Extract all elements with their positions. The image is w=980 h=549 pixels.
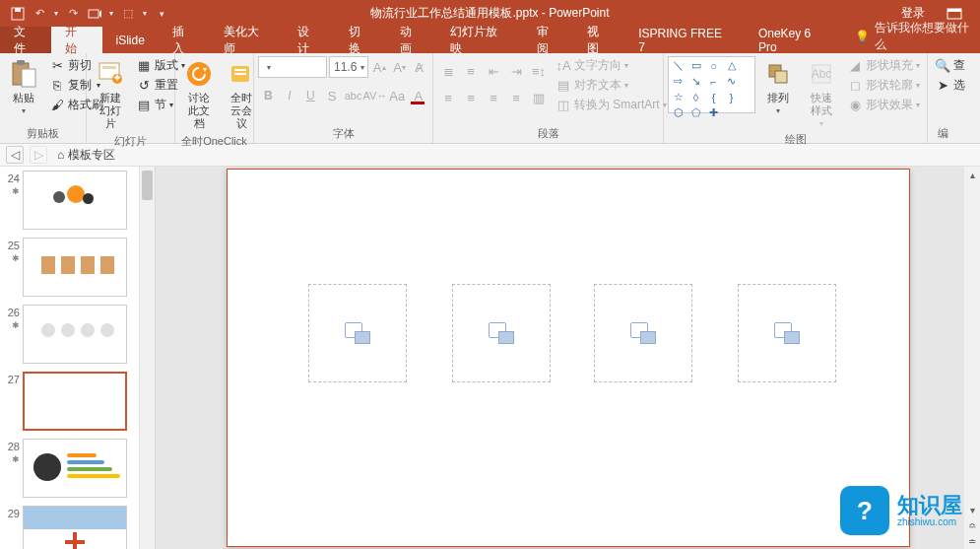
scroll-down-icon[interactable]: ▾ — [964, 502, 980, 517]
clear-formatting-icon[interactable]: A̷ — [411, 56, 428, 78]
italic-icon[interactable]: I — [280, 85, 300, 106]
columns-icon[interactable]: ▥ — [528, 87, 550, 108]
prev-slide-icon[interactable]: ≏ — [964, 517, 980, 533]
new-slide-icon: ✦ — [95, 58, 126, 90]
picture-placeholder-icon — [345, 322, 370, 344]
shape-callout-icon[interactable]: ◊ — [688, 91, 703, 103]
slide-thumbnail-26[interactable]: 26✱ — [0, 301, 155, 368]
align-text-button[interactable]: ▤对齐文本▾ — [553, 76, 670, 95]
cloud-label: 全时 云会议 — [226, 92, 257, 130]
slide-thumbnail-25[interactable]: 25✱ — [0, 234, 155, 301]
shape-brace2-icon[interactable]: } — [724, 91, 739, 103]
tab-onekey[interactable]: OneKey 6 Pro — [745, 27, 846, 53]
bullets-icon[interactable]: ≣ — [437, 60, 459, 82]
shadow-icon[interactable]: abc — [343, 85, 363, 106]
slide-thumbnail-29[interactable]: 29 — [0, 502, 155, 549]
select-button[interactable]: ➤选 — [932, 76, 968, 95]
slide-canvas[interactable] — [227, 169, 910, 547]
character-spacing-icon[interactable]: AV↔ — [364, 85, 386, 106]
picture-placeholder[interactable] — [308, 284, 407, 382]
shape-fill-button[interactable]: ◢形状填充▾ — [844, 56, 923, 75]
discuss-button[interactable]: 讨论 此文档 — [179, 56, 219, 132]
tab-beautify[interactable]: 美化大师 — [210, 27, 284, 53]
tab-home[interactable]: 开始 — [51, 27, 102, 53]
convert-smartart-button[interactable]: ◫转换为 SmartArt▾ — [553, 96, 670, 114]
shape-triangle-icon[interactable]: △ — [724, 59, 739, 72]
increase-indent-icon[interactable]: ⇥ — [505, 60, 527, 82]
font-size-combo[interactable]: 11.6▾ — [329, 56, 368, 78]
shape-line2-icon[interactable]: ↘ — [688, 75, 703, 88]
justify-icon[interactable]: ≡ — [505, 87, 527, 108]
decrease-font-icon[interactable]: A▾ — [390, 56, 408, 78]
dropdown-icon[interactable]: ▾ — [51, 4, 61, 24]
picture-placeholder[interactable] — [594, 284, 692, 382]
customize-qat-icon[interactable]: ▾ — [152, 4, 171, 24]
picture-placeholder[interactable] — [452, 284, 551, 382]
paste-button[interactable]: 粘贴 ▾ — [4, 56, 43, 117]
decrease-indent-icon[interactable]: ⇤ — [483, 60, 504, 82]
slide-thumbnail-24[interactable]: 24✱ — [0, 167, 155, 234]
shape-brace-icon[interactable]: { — [706, 91, 721, 103]
shape-hexagon-icon[interactable]: ⬡ — [671, 106, 686, 119]
change-case-icon[interactable]: Aa — [387, 85, 408, 106]
touch-mode-icon[interactable]: ⬚ — [118, 4, 138, 24]
shape-connector-icon[interactable]: ⌐ — [706, 75, 721, 88]
bold-icon[interactable]: B — [258, 85, 279, 106]
tab-islide[interactable]: iSlide — [102, 27, 159, 53]
tab-file[interactable]: 文件 — [0, 27, 51, 53]
align-left-icon[interactable]: ≡ — [437, 87, 459, 108]
shapes-gallery[interactable]: ＼▭○△⇨↘ ⌐∿☆◊{} ⬡⬠✚ — [668, 56, 755, 113]
thumbnails-scrollbar[interactable] — [139, 167, 155, 549]
nav-forward-icon[interactable]: ▷ — [30, 146, 47, 164]
quick-styles-button[interactable]: Abc 快速样式 ▾ — [801, 56, 841, 130]
tell-me-search[interactable]: 💡 告诉我你想要做什么 — [855, 20, 980, 53]
tab-review[interactable]: 审阅 — [523, 27, 574, 53]
slide-thumbnail-27[interactable]: 27 — [0, 368, 155, 435]
tab-insert[interactable]: 插入 — [159, 27, 210, 53]
dropdown-icon[interactable]: ▾ — [140, 4, 150, 24]
save-icon[interactable] — [8, 4, 28, 24]
shape-rect-icon[interactable]: ▭ — [688, 59, 703, 72]
text-direction-button[interactable]: ↕A文字方向▾ — [553, 56, 670, 75]
slide-thumbnail-28[interactable]: 28✱ — [0, 435, 155, 502]
cut-icon: ✂ — [49, 58, 65, 74]
redo-icon[interactable]: ↷ — [63, 4, 83, 24]
shape-plus-icon[interactable]: ✚ — [706, 106, 721, 119]
find-button[interactable]: 🔍查 — [932, 56, 968, 75]
shape-line-icon[interactable]: ＼ — [671, 59, 686, 72]
start-from-beginning-icon[interactable] — [85, 4, 104, 24]
new-slide-button[interactable]: ✦ 新建 幻灯片 — [91, 56, 130, 132]
align-right-icon[interactable]: ≡ — [483, 87, 504, 108]
font-family-combo[interactable]: ▾ — [258, 56, 327, 78]
shape-arrow-icon[interactable]: ⇨ — [671, 75, 686, 88]
tab-view[interactable]: 视图 — [573, 27, 624, 53]
underline-icon[interactable]: U — [300, 85, 321, 106]
picture-placeholder[interactable] — [738, 284, 836, 382]
scrollbar-handle[interactable] — [142, 171, 153, 200]
line-spacing-icon[interactable]: ≡↕ — [528, 60, 550, 82]
shape-effects-button[interactable]: ◉形状效果▾ — [844, 96, 923, 114]
strikethrough-icon[interactable]: S — [322, 85, 343, 106]
dropdown-icon[interactable]: ▾ — [106, 4, 116, 24]
shape-pentagon-icon[interactable]: ⬠ — [688, 106, 703, 119]
nav-back-icon[interactable]: ◁ — [6, 146, 24, 164]
tab-design[interactable]: 设计 — [284, 27, 335, 53]
tab-slideshow[interactable]: 幻灯片放映 — [436, 27, 522, 53]
scroll-up-icon[interactable]: ▴ — [964, 167, 980, 182]
arrange-button[interactable]: 排列 ▾ — [758, 56, 798, 117]
tab-animations[interactable]: 动画 — [386, 27, 437, 53]
tab-ispring[interactable]: ISPRING FREE 7 — [624, 27, 745, 53]
canvas-scrollbar[interactable]: ▴ ▾ ≏ ≐ — [964, 167, 980, 549]
group-font-label: 字体 — [258, 124, 428, 143]
shape-curve-icon[interactable]: ∿ — [724, 75, 739, 88]
undo-icon[interactable]: ↶ — [30, 4, 49, 24]
tab-transitions[interactable]: 切换 — [335, 27, 386, 53]
next-slide-icon[interactable]: ≐ — [964, 533, 980, 549]
shape-star-icon[interactable]: ☆ — [671, 91, 686, 103]
font-color-icon[interactable]: A — [408, 85, 428, 106]
numbering-icon[interactable]: ≡ — [460, 60, 482, 82]
shape-outline-button[interactable]: ◻形状轮廓▾ — [844, 76, 923, 95]
shape-oval-icon[interactable]: ○ — [706, 59, 721, 72]
increase-font-icon[interactable]: A▴ — [370, 56, 388, 78]
align-center-icon[interactable]: ≡ — [460, 87, 482, 108]
